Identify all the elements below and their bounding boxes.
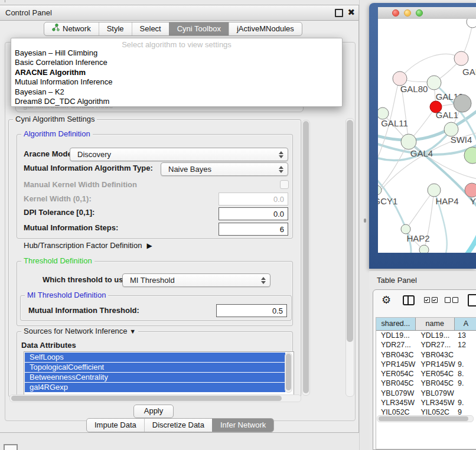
tab-cyni-toolbox[interactable]: Cyni Toolbox [169,22,229,35]
table-row[interactable]: YPR145WYPR145W9. [376,360,476,369]
collapsed-arrow-icon: ▶ [146,242,152,250]
network-view-window[interactable]: GALGAL80GAL10GAL1SWI4GAL11GAL4GCY1HAP4YH… [369,3,476,269]
network-node[interactable] [419,245,429,253]
network-node[interactable] [378,107,389,119]
table-cell: YBR043C [416,350,455,360]
network-node[interactable] [427,76,441,90]
tab-style[interactable]: Style [99,22,132,35]
tab-label: Impute Data [94,419,136,432]
select-none-icon[interactable] [445,290,458,310]
network-node-label: HAP4 [435,196,458,206]
divider-resize-handle[interactable] [364,219,366,223]
document-icon[interactable] [468,290,476,310]
tab-jactivemnodules[interactable]: jActiveMNodules [229,22,302,35]
hub-definition-label: Hub/Transcription Factor Definition [24,241,142,250]
node-table-body: YDL19...YDL19...13YDR27...YDR27...12YBR0… [376,331,476,418]
tab-label: jActiveMNodules [237,22,294,35]
sources-group-title[interactable]: Sources for Network Inference ▼ [21,327,138,335]
table-cell: YBR043C [376,350,416,360]
network-node[interactable] [401,134,416,149]
aracne-mode-combo[interactable]: Discovery [70,148,288,161]
settings-hscrollbar[interactable] [9,394,301,402]
panel-scrollbar[interactable] [345,118,354,397]
data-attribute-item[interactable]: SelfLoops [25,353,285,362]
tab-discretize-data[interactable]: Discretize Data [144,419,212,432]
data-attributes-list[interactable]: SelfLoopsTopologicalCoefficientBetweenne… [24,351,294,395]
table-row[interactable]: YLR345WYLR345W9. [376,398,476,407]
which-threshold-combo[interactable]: MI Threshold [122,273,270,287]
mi-threshold-field[interactable] [216,304,287,317]
network-node[interactable] [428,184,441,197]
popup-algorithm-item[interactable]: ARACNE Algorithm [11,68,342,77]
network-node-label: HAP2 [406,233,429,243]
expanded-arrow-icon: ▼ [129,328,136,335]
dpi-tolerance-field[interactable] [219,207,288,220]
mi-threshold-label: Mutual Information Threshold: [28,306,139,315]
gear-icon[interactable]: ⚙ [382,290,391,310]
network-node-label: GAL11 [381,118,408,128]
settings-scrollbar[interactable] [302,120,310,396]
table-row[interactable]: YER054CYER054C8. [376,369,476,379]
table-cell: 8. [455,369,476,379]
popup-algorithm-item[interactable]: Bayesian – Hill Climbing [11,48,342,58]
minimize-traffic-light-icon[interactable] [404,9,411,17]
manual-kernel-checkbox[interactable] [280,180,289,189]
table-panel-titlebar[interactable]: Table Panel [369,270,476,289]
attribute-list-scrollbar[interactable] [285,353,292,393]
network-node[interactable] [401,224,410,234]
tab-infer-network[interactable]: Infer Network [212,419,273,432]
apply-button[interactable]: Apply [133,405,174,418]
zoom-traffic-light-icon[interactable] [416,9,423,17]
data-attributes-label: Data Attributes [21,341,76,350]
hub-definition-toggle[interactable]: Hub/Transcription Factor Definition ▶ [24,241,152,250]
data-attribute-item[interactable]: BetweennessCentrality [25,373,285,382]
column-header-clipped[interactable]: A [455,318,476,330]
table-cell: YBR045C [416,379,455,388]
node-table: shared... name A YDL19...YDL19...13YDR27… [376,317,476,449]
tab-select[interactable]: Select [132,22,169,35]
table-hscrollbar[interactable] [377,415,474,422]
popup-algorithm-item[interactable]: Bayesian – K2 [11,87,342,97]
network-node-label: GAL [462,67,476,77]
network-node-layer: GALGAL80GAL10GAL1SWI4GAL11GAL4GCY1HAP4YH… [378,19,476,253]
kernel-width-field[interactable] [219,193,288,206]
close-traffic-light-icon[interactable] [392,9,399,17]
tab-network[interactable]: Network [44,22,99,35]
column-header-shared-name[interactable]: shared... [376,318,416,330]
table-cell: YDL19... [376,331,416,340]
network-node-label: SWI4 [451,135,472,145]
column-header-name[interactable]: name [416,318,455,330]
table-row[interactable]: YDL19...YDL19...13 [376,331,476,340]
control-panel-titlebar[interactable]: Control Panel ✖ [0,5,358,21]
popup-algorithm-item[interactable]: Basic Correlation Inference [11,58,342,67]
tab-impute-data[interactable]: Impute Data [87,419,144,432]
data-attribute-item[interactable]: TopologicalCoefficient [25,363,285,372]
table-row[interactable]: YBR045CYBR045C9. [376,379,476,388]
mi-threshold-group-title: MI Threshold Definition [25,291,108,299]
table-cell: YDL19... [416,331,455,340]
dpi-tolerance-label: DPI Tolerance [0,1]: [24,208,94,217]
network-window-titlebar[interactable] [378,7,476,19]
popup-algorithm-item[interactable]: Mutual Information Inference [11,77,342,87]
panel-divider[interactable] [359,0,370,450]
network-node[interactable] [467,19,476,28]
columns-icon[interactable] [403,290,415,310]
table-row[interactable]: YDR27...YDR27...12 [376,340,476,350]
network-node[interactable] [454,51,468,66]
minimized-panel-icon[interactable] [4,444,18,450]
table-row[interactable]: YBR043CYBR043C [376,350,476,360]
network-canvas[interactable]: GALGAL80GAL10GAL1SWI4GAL11GAL4GCY1HAP4YH… [378,19,476,253]
data-attribute-item[interactable]: gal4RGexp [25,383,285,392]
network-node[interactable] [465,183,476,197]
popup-algorithm-item[interactable]: Dream8 DC_TDC Algorithm [11,97,342,106]
stepper-icon [261,277,266,284]
table-cell: YLR345W [376,398,416,407]
close-icon[interactable]: ✖ [347,7,355,18]
select-all-icon[interactable] [424,290,438,310]
mi-type-combo[interactable]: Naive Bayes [161,162,288,176]
table-panel-window: ⚙ shared... name A YDL19...YDL19...13YDR… [373,289,476,450]
popup-placeholder-text: Select algorithm to view settings [11,40,342,49]
table-row[interactable]: YBL079WYBL079W [376,389,476,398]
float-icon[interactable] [335,9,343,17]
mi-steps-field[interactable] [219,223,288,236]
